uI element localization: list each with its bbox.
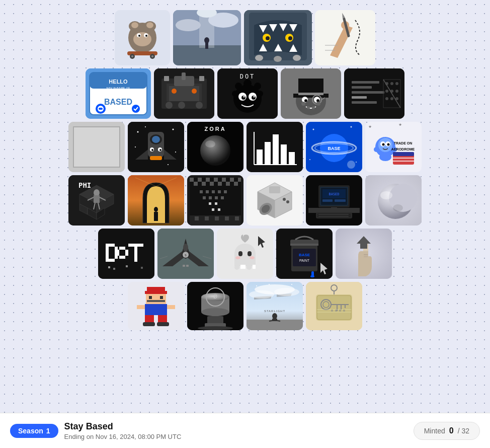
svg-rect-195 [154, 212, 158, 221]
svg-point-136 [151, 149, 153, 151]
nft-tile-dot-monster[interactable]: DOT [217, 68, 278, 119]
svg-rect-175 [393, 152, 414, 156]
nft-tile-starwars[interactable]: STARLIGHT [247, 282, 303, 330]
svg-rect-251 [328, 209, 340, 211]
svg-rect-283 [125, 253, 128, 256]
svg-rect-214 [206, 190, 209, 193]
svg-point-107 [395, 82, 398, 85]
nft-tile-stealth-plane[interactable]: $ [157, 229, 214, 279]
season-badge[interactable]: Season 1 [10, 424, 58, 438]
nft-tile-aerodrome[interactable]: TRADE ON AERODROME [365, 122, 422, 172]
svg-point-98 [312, 106, 315, 109]
svg-point-364 [249, 290, 274, 298]
svg-rect-219 [209, 196, 212, 199]
nft-tile-pixel-tank[interactable] [154, 68, 214, 119]
svg-point-167 [382, 143, 385, 146]
svg-rect-221 [221, 196, 224, 199]
svg-point-77 [257, 91, 263, 97]
svg-rect-279 [122, 256, 125, 259]
project-info: Stay Based Ending on Nov 16, 2024, 08:00… [64, 421, 182, 440]
nft-tile-zora-ball[interactable]: ZORA [187, 122, 243, 172]
svg-rect-212 [234, 182, 238, 186]
nft-tile-hand-drawing[interactable] [315, 10, 375, 65]
svg-point-141 [205, 140, 215, 147]
nft-tile-moon[interactable] [365, 175, 422, 226]
svg-point-106 [390, 82, 393, 85]
svg-rect-204 [222, 178, 226, 182]
nft-tile-key[interactable] [306, 282, 362, 330]
svg-rect-296 [126, 265, 128, 267]
svg-point-96 [316, 102, 320, 106]
svg-rect-184 [94, 195, 100, 203]
nft-tile-orange-door[interactable] [128, 175, 184, 226]
svg-rect-268 [109, 244, 112, 247]
svg-rect-264 [106, 250, 109, 253]
svg-rect-23 [205, 43, 208, 49]
nft-tile-basepaint[interactable]: BASE PAINT [276, 229, 333, 279]
nft-tile-bear[interactable] [115, 10, 170, 65]
nft-tile-coin-pedestal[interactable]: Ø [187, 282, 243, 330]
nft-tile-pixel-city[interactable] [187, 175, 243, 226]
nft-tile-isometric-obj[interactable] [247, 175, 303, 226]
nft-tile-base-planet[interactable]: BASE [306, 122, 362, 172]
svg-rect-323 [290, 244, 318, 246]
svg-point-62 [178, 102, 185, 109]
nft-tile-hello-based[interactable]: HELLO MY NAME IS BASED [86, 68, 151, 119]
svg-rect-286 [134, 244, 137, 247]
svg-rect-335 [147, 287, 165, 291]
season-number: 1 [46, 427, 50, 435]
svg-rect-88 [298, 93, 323, 95]
gallery-container: HELLO MY NAME IS BASED [0, 0, 490, 413]
svg-point-76 [232, 91, 238, 97]
svg-rect-366 [247, 320, 303, 330]
svg-rect-207 [194, 182, 198, 186]
svg-rect-227 [195, 216, 199, 220]
nft-tile-cloud-scene[interactable] [173, 10, 241, 65]
svg-rect-278 [119, 256, 122, 259]
nft-tile-dark-desk[interactable]: BASED [306, 175, 362, 226]
svg-point-260 [393, 204, 403, 211]
minted-info: Minted 0 / 32 [414, 422, 480, 440]
nft-tile-bar-chart[interactable] [247, 122, 303, 172]
svg-point-128 [137, 131, 139, 133]
svg-point-301 [183, 244, 188, 252]
nft-tile-spaceship[interactable] [128, 122, 184, 172]
svg-rect-213 [200, 190, 203, 193]
svg-rect-342 [148, 304, 164, 308]
svg-rect-100 [352, 81, 379, 84]
nft-tile-dot-text[interactable] [98, 229, 154, 279]
svg-rect-368 [272, 319, 277, 321]
minted-count: 0 [449, 426, 454, 435]
nft-tile-blank[interactable] [68, 122, 125, 172]
svg-rect-218 [203, 196, 206, 199]
svg-rect-346 [158, 315, 167, 323]
nft-tile-monster-forest[interactable] [244, 10, 312, 65]
svg-point-6 [133, 32, 151, 46]
svg-rect-104 [352, 101, 377, 104]
svg-rect-206 [238, 178, 241, 182]
nft-tile-mario-sprite[interactable] [128, 282, 184, 330]
nft-tile-ghost-pixel[interactable] [217, 229, 273, 279]
svg-point-194 [154, 207, 158, 212]
nft-tile-terminal[interactable] [344, 68, 404, 119]
nft-tile-up-arrow[interactable] [336, 229, 392, 279]
svg-point-15 [145, 35, 147, 37]
svg-point-112 [390, 97, 393, 100]
svg-point-137 [159, 149, 161, 151]
svg-rect-216 [218, 190, 221, 193]
svg-rect-223 [215, 202, 217, 205]
nft-tile-phi-scene[interactable]: PHI [68, 175, 125, 226]
svg-rect-224 [212, 208, 214, 211]
svg-rect-248 [322, 199, 333, 202]
minted-label: Minted [424, 427, 445, 435]
nft-tile-tophat[interactable] [281, 68, 341, 119]
svg-rect-262 [106, 244, 109, 247]
svg-rect-210 [218, 182, 222, 186]
svg-rect-293 [134, 259, 137, 262]
svg-point-38 [274, 56, 282, 62]
svg-rect-269 [112, 244, 115, 247]
svg-point-95 [301, 102, 305, 106]
svg-rect-240 [269, 186, 280, 193]
svg-point-239 [286, 200, 289, 203]
svg-rect-311 [234, 265, 239, 270]
